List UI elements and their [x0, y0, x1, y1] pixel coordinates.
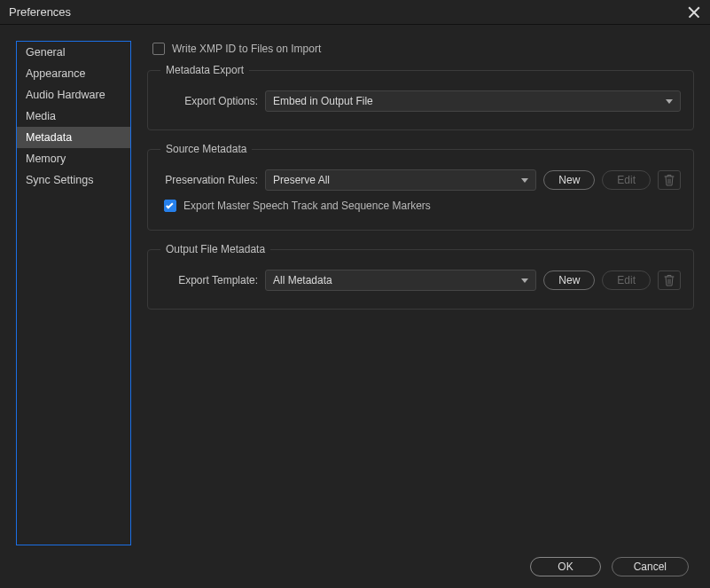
chevron-down-icon: [666, 99, 673, 104]
export-template-dropdown[interactable]: All Metadata: [265, 270, 536, 291]
trash-icon: [664, 274, 675, 286]
sidebar-item-media[interactable]: Media: [17, 106, 130, 127]
dialog-content: General Appearance Audio Hardware Media …: [0, 25, 710, 545]
output-file-metadata-group: Output File Metadata Export Template: Al…: [147, 243, 694, 310]
metadata-export-group: Metadata Export Export Options: Embed in…: [147, 64, 694, 130]
ok-button[interactable]: OK: [530, 557, 600, 576]
preferences-dialog: Preferences General Appearance Audio Har…: [0, 0, 710, 588]
write-xmp-label: Write XMP ID to Files on Import: [172, 43, 321, 55]
preservation-rules-dropdown[interactable]: Preserve All: [265, 169, 536, 191]
source-metadata-legend: Source Metadata: [160, 143, 252, 155]
export-options-label: Export Options:: [160, 95, 258, 107]
chevron-down-icon: [521, 278, 528, 283]
sidebar-item-sync-settings[interactable]: Sync Settings: [17, 169, 130, 191]
cancel-button[interactable]: Cancel: [612, 557, 689, 576]
export-template-label: Export Template:: [160, 274, 258, 286]
template-new-button[interactable]: New: [543, 270, 595, 290]
template-edit-button: Edit: [602, 270, 651, 290]
export-options-value: Embed in Output File: [273, 95, 373, 107]
sidebar-item-metadata[interactable]: Metadata: [17, 127, 130, 148]
window-title: Preferences: [9, 5, 71, 19]
sidebar-item-appearance[interactable]: Appearance: [17, 63, 130, 84]
template-delete-button: [658, 270, 681, 290]
sidebar-item-general[interactable]: General: [17, 42, 130, 63]
dialog-footer: OK Cancel: [0, 545, 710, 588]
metadata-export-legend: Metadata Export: [160, 64, 249, 76]
chevron-down-icon: [521, 178, 528, 183]
output-file-metadata-legend: Output File Metadata: [160, 243, 270, 255]
sidebar-item-memory[interactable]: Memory: [17, 148, 130, 169]
close-icon[interactable]: [687, 5, 701, 20]
preservation-delete-button: [658, 170, 681, 190]
preservation-new-button[interactable]: New: [543, 170, 595, 190]
trash-icon: [664, 174, 675, 186]
export-master-label: Export Master Speech Track and Sequence …: [183, 200, 431, 212]
write-xmp-checkbox[interactable]: [152, 43, 165, 55]
write-xmp-row: Write XMP ID to Files on Import: [147, 43, 694, 55]
preservation-rules-value: Preserve All: [273, 174, 330, 186]
source-metadata-group: Source Metadata Preservation Rules: Pres…: [147, 143, 694, 231]
sidebar: General Appearance Audio Hardware Media …: [16, 41, 131, 545]
export-master-checkbox[interactable]: [164, 200, 176, 212]
main-panel: Write XMP ID to Files on Import Metadata…: [147, 41, 694, 545]
sidebar-item-audio-hardware[interactable]: Audio Hardware: [17, 84, 130, 106]
preservation-rules-label: Preservation Rules:: [160, 174, 258, 186]
export-options-dropdown[interactable]: Embed in Output File: [265, 90, 681, 112]
preservation-edit-button: Edit: [602, 170, 651, 190]
titlebar: Preferences: [0, 0, 710, 25]
export-template-value: All Metadata: [273, 274, 332, 286]
